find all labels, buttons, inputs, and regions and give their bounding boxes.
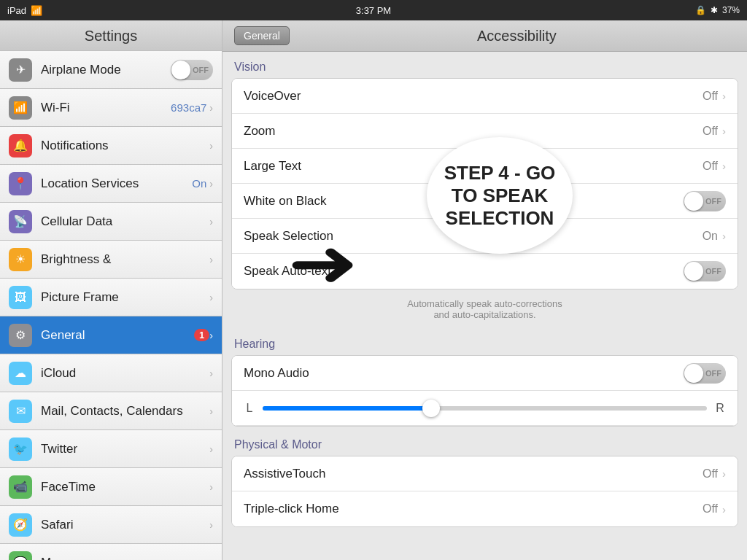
general-icon: ⚙ — [9, 324, 32, 347]
messages-icon: 💬 — [9, 551, 32, 561]
chevron-cellular-data: › — [209, 216, 213, 228]
content-header: General Accessibility — [222, 20, 747, 52]
settings-row-mono-audio[interactable]: Mono AudioOFF — [232, 356, 738, 391]
settings-row-speak-auto-text[interactable]: Speak Auto-textOFF — [232, 254, 738, 289]
toggle-speak-auto-text[interactable]: OFF — [684, 261, 726, 281]
toggle-mono-audio[interactable]: OFF — [684, 363, 726, 384]
sidebar-items-list: ✈Airplane ModeOFF📶Wi-Fi693ca7›🔔Notificat… — [0, 51, 222, 560]
row-value-large-text: Off — [703, 160, 718, 173]
time-display: 3:37 PM — [356, 5, 391, 16]
slider-row-audio-balance[interactable]: L R — [232, 391, 738, 426]
slider-track[interactable] — [263, 406, 707, 411]
slider-fill — [263, 406, 431, 411]
sidebar-value-location-services: On — [192, 177, 206, 190]
settings-row-triple-click-home[interactable]: Triple-click HomeOff› — [232, 491, 738, 526]
sidebar-label-wifi: Wi-Fi — [41, 101, 171, 115]
sidebar-label-cellular-data: Cellular Data — [41, 214, 209, 229]
chevron-icloud: › — [209, 368, 213, 379]
sidebar-item-notifications[interactable]: 🔔Notifications› — [0, 127, 222, 165]
sidebar-item-facetime[interactable]: 📹FaceTime› — [0, 468, 222, 506]
chevron-messages: › — [209, 557, 213, 561]
sidebar-item-safari[interactable]: 🧭Safari› — [0, 506, 222, 544]
settings-group-physical-motor: AssistiveTouchOff›Triple-click HomeOff› — [231, 456, 738, 527]
step-annotation: STEP 4 - GO TO SPEAK SELECTION — [427, 137, 573, 254]
sidebar-label-safari: Safari — [41, 518, 209, 532]
sidebar-item-icloud[interactable]: ☁iCloud› — [0, 354, 222, 392]
settings-row-assistive-touch[interactable]: AssistiveTouchOff› — [232, 456, 738, 491]
row-label-triple-click-home: Triple-click Home — [244, 502, 703, 516]
sidebar-label-picture-frame: Picture Frame — [41, 290, 209, 305]
brightness-icon: ☀ — [9, 248, 32, 271]
row-label-assistive-touch: AssistiveTouch — [244, 467, 703, 481]
settings-group-hearing: Mono AudioOFF L R — [231, 355, 738, 427]
chevron-facetime: › — [209, 481, 213, 493]
section-header-physical-motor: Physical & Motor — [222, 429, 747, 456]
row-label-zoom: Zoom — [244, 124, 703, 139]
row-chevron-zoom: › — [722, 125, 726, 137]
chevron-location-services: › — [209, 178, 213, 190]
mail-icon: ✉ — [9, 400, 32, 423]
device-label: iPad — [7, 5, 26, 16]
row-label-voiceover: VoiceOver — [244, 89, 703, 104]
row-chevron-voiceover: › — [722, 90, 726, 102]
facetime-icon: 📹 — [9, 475, 32, 499]
sidebar-item-picture-frame[interactable]: 🖼Picture Frame› — [0, 279, 222, 316]
settings-row-voiceover[interactable]: VoiceOverOff› — [232, 79, 738, 114]
sidebar-item-general[interactable]: ⚙General1› — [0, 316, 222, 354]
safari-icon: 🧭 — [9, 513, 32, 537]
airplane-mode-icon: ✈ — [9, 58, 32, 82]
section-header-hearing: Hearing — [222, 329, 747, 355]
slider-left-label: L — [244, 402, 255, 415]
twitter-icon: 🐦 — [9, 438, 32, 461]
sidebar: Settings ✈Airplane ModeOFF📶Wi-Fi693ca7›🔔… — [0, 20, 222, 560]
chevron-wifi: › — [209, 102, 213, 114]
cellular-data-icon: 📡 — [9, 210, 32, 233]
chevron-twitter: › — [209, 443, 213, 455]
sidebar-item-messages[interactable]: 💬Messages› — [0, 544, 222, 560]
section-header-vision: Vision — [222, 52, 747, 78]
lock-icon: 🔒 — [695, 5, 706, 15]
sections-container: VisionVoiceOverOff›ZoomOff›Large TextOff… — [222, 52, 747, 527]
row-value-assistive-touch: Off — [703, 467, 718, 481]
wifi-icon: 📶 — [31, 5, 42, 16]
sidebar-label-location-services: Location Services — [41, 176, 192, 191]
sidebar-label-facetime: FaceTime — [41, 480, 209, 494]
picture-frame-icon: 🖼 — [9, 286, 32, 309]
battery-level: 37% — [722, 5, 740, 15]
step-text: STEP 4 - GO TO SPEAK SELECTION — [434, 162, 565, 230]
wifi-icon: 📶 — [9, 96, 32, 120]
chevron-brightness: › — [209, 254, 213, 265]
content-title: Accessibility — [298, 28, 735, 44]
chevron-general: › — [209, 330, 213, 341]
chevron-safari: › — [209, 519, 213, 531]
row-label-mono-audio: Mono Audio — [244, 366, 684, 381]
sidebar-label-general: General — [41, 328, 194, 343]
row-chevron-triple-click-home: › — [722, 503, 726, 516]
row-value-voiceover: Off — [703, 90, 718, 103]
chevron-picture-frame: › — [209, 292, 213, 303]
badge-general: 1 — [194, 329, 209, 341]
main-layout: Settings ✈Airplane ModeOFF📶Wi-Fi693ca7›🔔… — [0, 20, 747, 560]
sidebar-label-notifications: Notifications — [41, 139, 209, 153]
sidebar-item-mail[interactable]: ✉Mail, Contacts, Calendars› — [0, 392, 222, 430]
chevron-notifications: › — [209, 140, 213, 152]
sidebar-label-twitter: Twitter — [41, 442, 209, 456]
breadcrumb-button[interactable]: General — [234, 26, 290, 45]
toggle-white-on-black[interactable]: OFF — [684, 191, 726, 211]
section-footer-vision: Automatically speak auto-corrections and… — [231, 292, 738, 326]
sidebar-item-twitter[interactable]: 🐦Twitter› — [0, 430, 222, 468]
slider-thumb[interactable] — [422, 400, 440, 417]
chevron-mail: › — [209, 405, 213, 417]
sidebar-label-mail: Mail, Contacts, Calendars — [41, 404, 209, 419]
toggle-airplane-mode[interactable]: OFF — [171, 60, 213, 80]
sidebar-item-cellular-data[interactable]: 📡Cellular Data› — [0, 203, 222, 241]
sidebar-value-wifi: 693ca7 — [171, 101, 206, 114]
sidebar-item-wifi[interactable]: 📶Wi-Fi693ca7› — [0, 89, 222, 127]
sidebar-label-brightness: Brightness & — [41, 252, 209, 267]
row-value-speak-selection: On — [703, 230, 718, 243]
sidebar-item-airplane-mode[interactable]: ✈Airplane ModeOFF — [0, 51, 222, 89]
sidebar-item-location-services[interactable]: 📍Location ServicesOn› — [0, 165, 222, 203]
sidebar-label-messages: Messages — [41, 556, 209, 561]
location-services-icon: 📍 — [9, 172, 32, 195]
sidebar-item-brightness[interactable]: ☀Brightness &› — [0, 241, 222, 279]
